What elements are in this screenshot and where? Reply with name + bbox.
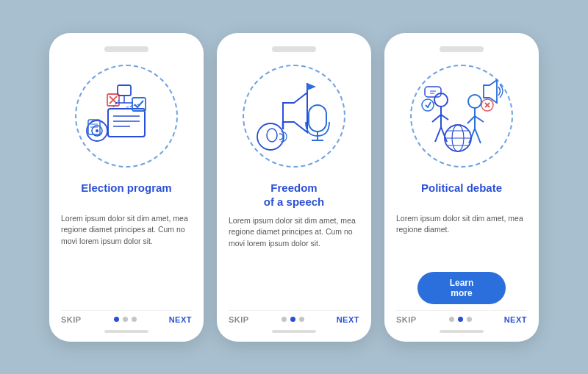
svg-point-27	[267, 129, 277, 142]
dot-2-f	[290, 317, 295, 322]
phone-footer-debate: SKIP NEXT	[396, 310, 527, 324]
svg-line-32	[435, 127, 441, 142]
phone-title-debate: Political debate	[421, 181, 502, 207]
svg-line-30	[432, 115, 441, 122]
svg-line-38	[469, 129, 475, 143]
phones-container: Election program Lorem ipsum dolor sit d…	[49, 33, 539, 342]
illustration-election	[70, 60, 184, 173]
dots-election	[114, 317, 137, 322]
phone-footer-election: SKIP NEXT	[61, 310, 192, 324]
phone-election-program: Election program Lorem ipsum dolor sit d…	[49, 33, 204, 342]
svg-line-36	[467, 116, 475, 123]
phone-notch	[104, 46, 148, 52]
phone-title-election: Election program	[81, 181, 171, 207]
svg-rect-45	[425, 87, 441, 97]
svg-line-37	[475, 116, 484, 122]
dot-2	[123, 317, 128, 322]
dot-2-d	[458, 317, 463, 322]
phone-body-debate: Lorem ipsum dolor sit dim amet, mea regi…	[396, 213, 527, 267]
dots-freedom	[282, 317, 304, 322]
dot-1-f	[282, 317, 287, 322]
svg-rect-16	[118, 85, 131, 96]
svg-point-49	[422, 99, 434, 111]
illustration-debate	[405, 60, 519, 173]
skip-label-debate[interactable]: SKIP	[396, 315, 417, 324]
election-svg	[75, 65, 178, 168]
learn-more-button[interactable]: Learn more	[417, 272, 506, 304]
svg-rect-0	[108, 109, 145, 137]
next-label-election[interactable]: NEXT	[169, 315, 192, 324]
svg-point-34	[468, 95, 481, 108]
svg-marker-19	[283, 93, 307, 132]
svg-line-33	[441, 127, 447, 142]
next-label-debate[interactable]: NEXT	[504, 315, 527, 324]
skip-label-freedom[interactable]: SKIP	[229, 315, 249, 324]
phone-freedom-speech: Freedom of a speech Lorem ipsum dolor si…	[217, 33, 371, 342]
freedom-svg	[243, 65, 345, 168]
dot-1	[114, 317, 119, 322]
svg-line-31	[441, 115, 448, 120]
phone-body-freedom: Lorem ipsum dolor sit dim amet, mea regi…	[229, 215, 359, 310]
svg-point-10	[96, 129, 98, 132]
skip-label-election[interactable]: SKIP	[61, 315, 82, 324]
dot-1-d	[449, 317, 454, 322]
bottom-bar-freedom	[272, 330, 316, 333]
dots-debate	[449, 317, 472, 322]
illustration-freedom	[237, 60, 351, 173]
phone-notch-3	[440, 46, 484, 52]
bottom-bar-debate	[440, 330, 484, 333]
dot-3	[132, 317, 137, 322]
svg-marker-22	[307, 83, 316, 90]
phone-notch-2	[272, 46, 316, 52]
svg-rect-23	[309, 105, 326, 132]
phone-body-election: Lorem ipsum dolor sit dim amet, mea regi…	[61, 213, 192, 310]
svg-line-39	[475, 129, 481, 143]
svg-point-26	[257, 123, 284, 150]
debate-svg	[410, 65, 513, 168]
phone-footer-freedom: SKIP NEXT	[229, 310, 359, 324]
phone-political-debate: Political debate Lorem ipsum dolor sit d…	[384, 33, 539, 342]
next-label-freedom[interactable]: NEXT	[337, 315, 359, 324]
dot-3-f	[299, 317, 304, 322]
bottom-bar-election	[104, 330, 148, 333]
phone-title-freedom: Freedom of a speech	[264, 181, 325, 209]
dot-3-d	[467, 317, 472, 322]
